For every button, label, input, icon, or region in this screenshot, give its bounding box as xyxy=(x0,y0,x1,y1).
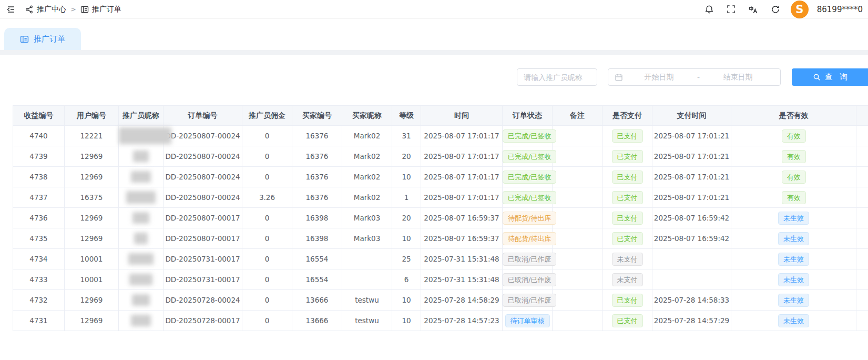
cell-level: 31 xyxy=(392,126,421,146)
cell-order-status-badge: 已取消/已作废 xyxy=(503,294,556,307)
cell-order-no: DD-20250731-00017 xyxy=(164,249,242,269)
cell-buyer-nickname: Mark03 xyxy=(342,208,392,228)
start-date-placeholder[interactable]: 开始日期 xyxy=(623,73,695,82)
refresh-icon[interactable] xyxy=(769,3,782,16)
cell-valid: 未生效 xyxy=(731,208,856,228)
column-header: 等级 xyxy=(392,106,421,126)
top-bar: 推广中心 > 推广订单 S 86199****0 xyxy=(0,0,868,19)
cell-remark xyxy=(553,146,603,167)
table-row: 473310001DD-20250731-0001701655462025-07… xyxy=(13,269,868,290)
table-row: 473112969DD-20250728-00017013666testwu10… xyxy=(13,311,868,331)
cell-level: 20 xyxy=(392,146,421,167)
cell-buyer-nickname: testwu xyxy=(342,290,392,311)
calendar-icon xyxy=(615,73,623,82)
cell-order-status-badge: 已完成/已签收 xyxy=(503,191,556,204)
topbar-actions: S 86199****0 xyxy=(702,1,863,18)
cell-valid: 有效 xyxy=(731,187,856,208)
cell-remark xyxy=(553,290,603,311)
cell-level: 25 xyxy=(392,249,421,269)
cell-promoter-nickname xyxy=(119,146,164,167)
cell-buyer-nickname xyxy=(342,269,392,290)
cell-user-id: 12221 xyxy=(65,126,119,146)
cell-order-status-badge: 待订单审核 xyxy=(505,314,550,327)
cell-level: 10 xyxy=(392,228,421,249)
cell-paid-badge: 已支付 xyxy=(612,129,643,143)
cell-extra xyxy=(856,228,868,249)
cell-income-id: 4738 xyxy=(13,167,65,187)
cell-order-status: 已取消/已作废 xyxy=(503,249,553,269)
end-date-placeholder[interactable]: 结束日期 xyxy=(702,73,774,82)
cell-time: 2025-08-07 17:01:17 xyxy=(421,167,503,187)
fullscreen-icon[interactable] xyxy=(724,3,738,16)
cell-valid-badge: 未生效 xyxy=(778,232,809,245)
promoter-nickname-input[interactable] xyxy=(517,68,597,86)
cell-valid-badge: 未生效 xyxy=(778,314,809,327)
column-header: 用户编号 xyxy=(65,106,119,126)
cell-pay-time: 2025-08-07 16:59:42 xyxy=(652,208,731,228)
tab-promotion-orders[interactable]: 推广订单 xyxy=(4,28,81,50)
content-card: 开始日期 - 结束日期 查 询 收益编号用户编号推广员昵称订单编号推广员佣金买家… xyxy=(0,55,868,360)
username: 86199****0 xyxy=(817,5,863,14)
cell-buyer-id: 16376 xyxy=(292,126,342,146)
cell-extra xyxy=(856,208,868,228)
cell-paid-badge: 已支付 xyxy=(612,232,643,245)
cell-order-status: 待配货/待出库 xyxy=(503,208,553,228)
breadcrumb-item-promotion-orders[interactable]: 推广订单 xyxy=(80,5,121,14)
cell-user-id: 12969 xyxy=(65,228,119,249)
cell-income-id: 4731 xyxy=(13,311,65,331)
cell-remark xyxy=(553,249,603,269)
avatar[interactable]: S xyxy=(791,1,809,18)
cell-buyer-id: 16554 xyxy=(292,249,342,269)
cell-promoter-nickname xyxy=(119,290,164,311)
cell-extra xyxy=(856,146,868,167)
bell-icon[interactable] xyxy=(702,3,716,16)
cell-commission: 3.26 xyxy=(242,187,292,208)
cell-extra xyxy=(856,290,868,311)
cell-buyer-nickname: Mark02 xyxy=(342,146,392,167)
cell-buyer-nickname: Mark03 xyxy=(342,228,392,249)
cell-buyer-id: 16398 xyxy=(292,228,342,249)
cell-buyer-id: 16376 xyxy=(292,187,342,208)
cell-paid-badge: 已支付 xyxy=(612,171,643,184)
table-row: 473512969DD-20250807-00017016398Mark0310… xyxy=(13,228,868,249)
orders-table: 收益编号用户编号推广员昵称订单编号推广员佣金买家编号买家昵称等级时间订单状态备注… xyxy=(13,105,868,331)
cell-remark xyxy=(553,167,603,187)
cell-income-id: 4739 xyxy=(13,146,65,167)
search-button[interactable]: 查 询 xyxy=(792,68,868,86)
breadcrumb-item-promotion-center[interactable]: 推广中心 xyxy=(25,5,66,14)
cell-order-no: DD-20250728-00024 xyxy=(164,290,242,311)
cell-time: 2025-08-07 16:59:37 xyxy=(421,228,503,249)
cell-valid: 有效 xyxy=(731,167,856,187)
cell-order-status: 已取消/已作废 xyxy=(503,290,553,311)
cell-order-status: 已完成/已签收 xyxy=(503,146,553,167)
date-range-picker[interactable]: 开始日期 - 结束日期 xyxy=(608,68,781,86)
translate-icon[interactable] xyxy=(747,3,760,16)
cell-remark xyxy=(553,126,603,146)
cell-income-id: 4732 xyxy=(13,290,65,311)
column-header: 推广员佣金 xyxy=(242,106,292,126)
cell-user-id: 10001 xyxy=(65,249,119,269)
cell-income-id: 4733 xyxy=(13,269,65,290)
cell-promoter-nickname xyxy=(119,249,164,269)
column-header: 是否支付 xyxy=(603,106,652,126)
table-body: 474012221DD-20250807-00024016376Mark0231… xyxy=(13,126,868,331)
cell-order-status-badge: 待配货/待出库 xyxy=(503,212,556,225)
list-icon xyxy=(80,5,89,14)
masked-nickname xyxy=(131,171,151,183)
cell-valid: 有效 xyxy=(731,126,856,146)
list-icon xyxy=(20,35,29,44)
menu-fold-icon[interactable] xyxy=(4,3,18,16)
cell-paid-badge: 已支付 xyxy=(612,314,643,327)
cell-buyer-id: 16376 xyxy=(292,167,342,187)
cell-pay-time: 2025-08-07 17:01:21 xyxy=(652,146,731,167)
cell-buyer-id: 13666 xyxy=(292,290,342,311)
cell-commission: 0 xyxy=(242,167,292,187)
cell-time: 2025-08-07 17:01:17 xyxy=(421,187,503,208)
cell-valid: 未生效 xyxy=(731,311,856,331)
cell-order-status: 已取消/已作废 xyxy=(503,269,553,290)
table-row: 473212969DD-20250728-00024013666testwu10… xyxy=(13,290,868,311)
cell-user-id: 12969 xyxy=(65,290,119,311)
orders-table-wrap: 收益编号用户编号推广员昵称订单编号推广员佣金买家编号买家昵称等级时间订单状态备注… xyxy=(13,105,868,331)
masked-nickname xyxy=(132,294,150,306)
cell-extra xyxy=(856,126,868,146)
